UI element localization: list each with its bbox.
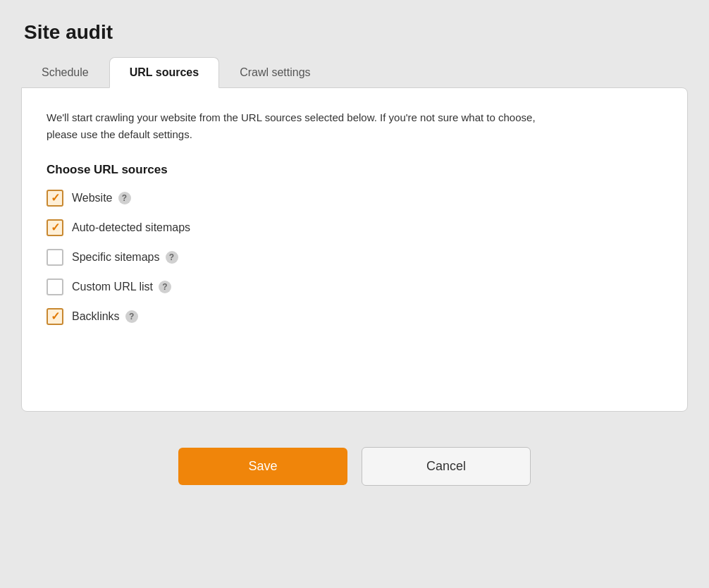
checkbox-list: ✓ Website ? ✓ Auto-detected sitemaps Spe… [47,190,662,325]
buttons-row: Save Cancel [21,447,688,486]
description-text: We'll start crawling your website from t… [47,109,540,143]
help-icon-backlinks[interactable]: ? [125,310,138,323]
content-panel: We'll start crawling your website from t… [21,87,688,412]
tab-crawl-settings[interactable]: Crawl settings [219,57,331,88]
checkbox-item-website[interactable]: ✓ Website ? [47,190,662,207]
tabs-container: Schedule URL sources Crawl settings [21,56,688,87]
label-specific-sitemaps: Specific sitemaps ? [72,251,178,264]
checkmark-website: ✓ [51,192,60,204]
help-icon-website[interactable]: ? [118,192,131,204]
page-title: Site audit [21,21,688,44]
checkmark-auto-sitemaps: ✓ [51,222,60,233]
checkbox-item-backlinks[interactable]: ✓ Backlinks ? [47,308,662,325]
checkbox-item-auto-sitemaps[interactable]: ✓ Auto-detected sitemaps [47,219,662,236]
checkbox-backlinks[interactable]: ✓ [47,308,63,325]
label-custom-url-list: Custom URL list ? [72,281,171,293]
tab-schedule[interactable]: Schedule [21,57,109,88]
section-title: Choose URL sources [47,163,662,177]
help-icon-specific-sitemaps[interactable]: ? [166,251,178,264]
checkbox-auto-sitemaps[interactable]: ✓ [47,219,63,236]
label-auto-sitemaps: Auto-detected sitemaps [72,221,190,234]
checkbox-item-specific-sitemaps[interactable]: Specific sitemaps ? [47,249,662,266]
checkbox-item-custom-url-list[interactable]: Custom URL list ? [47,278,662,295]
tab-url-sources[interactable]: URL sources [109,57,219,88]
label-backlinks: Backlinks ? [72,310,138,323]
checkbox-website[interactable]: ✓ [47,190,63,207]
checkmark-backlinks: ✓ [51,311,60,322]
help-icon-custom-url-list[interactable]: ? [159,281,171,293]
checkbox-custom-url-list[interactable] [47,278,63,295]
label-website: Website ? [72,192,131,204]
save-button[interactable]: Save [178,448,347,485]
cancel-button[interactable]: Cancel [362,447,531,486]
checkbox-specific-sitemaps[interactable] [47,249,63,266]
